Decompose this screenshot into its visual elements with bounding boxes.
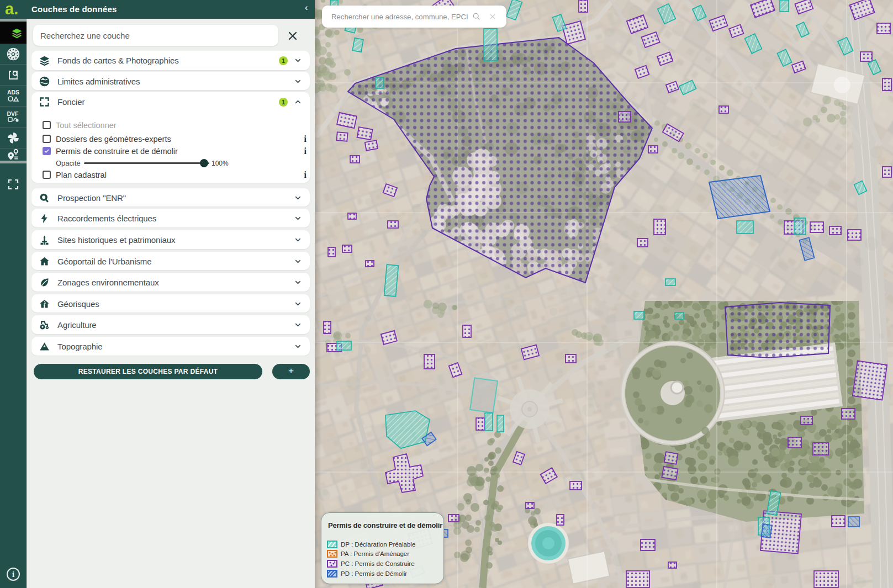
svg-text:DVF: DVF	[7, 110, 19, 117]
svg-text:ADS: ADS	[7, 89, 19, 96]
